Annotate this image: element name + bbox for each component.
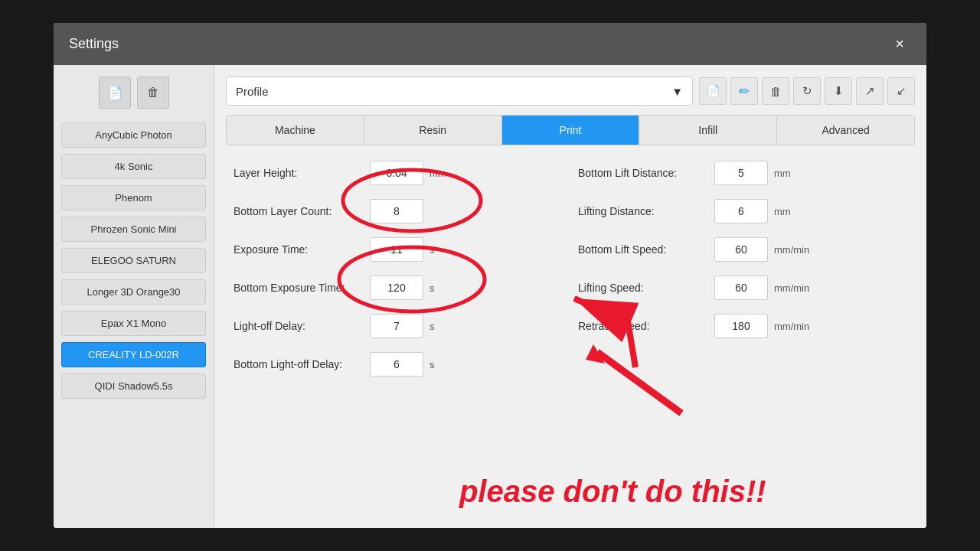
light-off-delay-label: Light-off Delay: [234, 320, 364, 332]
retract-speed-unit: mm/min [774, 321, 816, 332]
bottom-lift-speed-row: Bottom Lift Speed: 60 mm/min [578, 237, 907, 262]
tab-advanced[interactable]: Advanced [777, 116, 914, 145]
lifting-speed-label: Lifting Speed: [578, 282, 708, 294]
profile-actions: 📄 ✏ 🗑 ↻ ⬇ ↗ ↙ [699, 77, 915, 105]
sidebar-top-buttons: 📄 🗑 [61, 77, 206, 109]
sidebar-item-longer[interactable]: Longer 3D Orange30 [61, 279, 206, 305]
exposure-time-label: Exposure Time: [234, 243, 364, 256]
retract-speed-label: Retract Speed: [578, 320, 708, 332]
lifting-speed-unit: mm/min [774, 282, 816, 294]
bottom-lift-speed-unit: mm/min [774, 244, 816, 256]
layer-height-unit: mm [430, 168, 472, 179]
sidebar-item-anycubic[interactable]: AnyCubic Photon [61, 122, 206, 148]
layer-height-input[interactable]: 0.04 [370, 161, 423, 185]
layer-height-label: Layer Height: [234, 167, 364, 179]
retract-speed-row: Retract Speed: 180 mm/min [578, 314, 907, 338]
add-profile-icon-btn[interactable]: 📄 [99, 77, 131, 109]
settings-grid: Layer Height: 0.04 mm Bottom Layer Count… [226, 157, 915, 517]
tab-print[interactable]: Print [502, 116, 640, 145]
bottom-light-off-delay-unit: s [430, 359, 472, 370]
titlebar: Settings × [54, 23, 926, 65]
sidebar-item-qidi[interactable]: QIDI Shadow5.5s [61, 373, 206, 399]
delete-profile-btn[interactable]: 🗑 [762, 77, 789, 105]
new-profile-btn[interactable]: 📄 [699, 77, 727, 105]
bottom-layer-count-input[interactable]: 8 [370, 199, 423, 223]
bottom-lift-distance-label: Bottom Lift Distance: [578, 167, 708, 179]
right-settings-col: Bottom Lift Distance: 5 mm Lifting Dista… [570, 157, 915, 517]
tabs-bar: Machine Resin Print Infill Advanced [226, 115, 915, 145]
sidebar-item-4ksonic[interactable]: 4k Sonic [61, 154, 206, 179]
bottom-exposure-time-label: Bottom Exposure Time: [234, 282, 364, 294]
sidebar-item-elegoo[interactable]: ELEGOO SATURN [61, 248, 206, 273]
bottom-exposure-time-row: Bottom Exposure Time: 120 s [234, 276, 563, 300]
delete-profile-icon-btn[interactable]: 🗑 [137, 77, 169, 109]
bottom-layer-count-row: Bottom Layer Count: 8 [234, 199, 563, 223]
bottom-lift-distance-unit: mm [774, 168, 816, 179]
bottom-lift-distance-input[interactable]: 5 [714, 161, 768, 185]
bottom-light-off-delay-label: Bottom Light-off Delay: [234, 358, 364, 370]
content-area: 📄 🗑 AnyCubic Photon 4k Sonic Phenom Phro… [54, 65, 926, 528]
tab-infill[interactable]: Infill [639, 116, 777, 145]
bottom-lift-distance-row: Bottom Lift Distance: 5 mm [578, 161, 907, 185]
light-off-delay-unit: s [430, 321, 472, 332]
export2-btn[interactable]: ↙ [887, 77, 915, 105]
exposure-time-unit: s [430, 244, 472, 256]
close-button[interactable]: × [888, 33, 911, 56]
settings-window: Settings × 📄 🗑 AnyCubic Photon 4k Sonic … [54, 23, 926, 528]
profile-dropdown[interactable]: Profile ▼ [226, 77, 693, 106]
lifting-distance-input[interactable]: 6 [714, 199, 768, 223]
export1-btn[interactable]: ↗ [856, 77, 884, 105]
window-title: Settings [69, 36, 119, 52]
refresh-btn[interactable]: ↻ [793, 77, 821, 105]
sidebar-item-phenom[interactable]: Phenom [61, 185, 206, 210]
bottom-exposure-time-unit: s [430, 282, 472, 294]
lifting-distance-unit: mm [774, 206, 816, 217]
sidebar-item-creality[interactable]: CREALITY LD-002R [61, 342, 206, 367]
sidebar: 📄 🗑 AnyCubic Photon 4k Sonic Phenom Phro… [54, 65, 214, 528]
bottom-lift-speed-input[interactable]: 60 [714, 237, 768, 262]
exposure-time-row: Exposure Time: 11 s [234, 237, 563, 262]
bottom-light-off-delay-input[interactable]: 6 [370, 352, 423, 377]
bottom-lift-speed-label: Bottom Lift Speed: [578, 243, 708, 256]
bottom-layer-count-label: Bottom Layer Count: [234, 205, 364, 217]
tab-resin[interactable]: Resin [364, 116, 502, 145]
retract-speed-input[interactable]: 180 [714, 314, 768, 338]
lifting-distance-label: Lifting Distance: [578, 205, 708, 217]
light-off-delay-input[interactable]: 7 [370, 314, 423, 338]
bottom-exposure-time-input[interactable]: 120 [370, 276, 423, 300]
import-btn[interactable]: ⬇ [825, 77, 852, 105]
lifting-speed-input[interactable]: 60 [714, 276, 768, 300]
exposure-time-input[interactable]: 11 [370, 237, 423, 262]
edit-profile-btn[interactable]: ✏ [730, 77, 758, 105]
lifting-distance-row: Lifting Distance: 6 mm [578, 199, 907, 223]
sidebar-item-phrozen[interactable]: Phrozen Sonic Mini [61, 217, 206, 242]
profile-row: Profile ▼ 📄 ✏ 🗑 ↻ ⬇ ↗ ↙ [226, 77, 915, 106]
layer-height-row: Layer Height: 0.04 mm [234, 161, 563, 185]
left-settings-col: Layer Height: 0.04 mm Bottom Layer Count… [226, 157, 570, 517]
main-panel: Profile ▼ 📄 ✏ 🗑 ↻ ⬇ ↗ ↙ Machine [214, 65, 926, 528]
tab-machine[interactable]: Machine [227, 116, 364, 145]
sidebar-item-epax[interactable]: Epax X1 Mono [61, 311, 206, 336]
light-off-delay-row: Light-off Delay: 7 s [234, 314, 563, 338]
bottom-light-off-delay-row: Bottom Light-off Delay: 6 s [234, 352, 563, 377]
lifting-speed-row: Lifting Speed: 60 mm/min [578, 276, 907, 300]
